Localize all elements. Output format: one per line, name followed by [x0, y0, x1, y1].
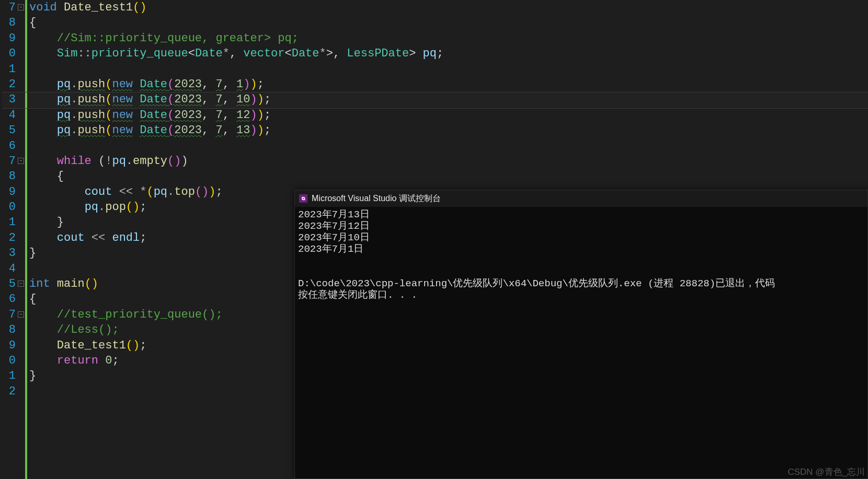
watermark: CSDN @青色_忘川: [787, 466, 865, 478]
fold-toggle-icon[interactable]: -: [18, 4, 24, 10]
console-title: Microsoft Visual Studio 调试控制台: [312, 193, 441, 204]
fold-toggle-icon[interactable]: -: [18, 158, 24, 164]
fold-toggle-icon[interactable]: -: [18, 281, 24, 287]
fold-column: - - - -: [18, 0, 25, 479]
vs-icon: ⧉: [299, 194, 307, 203]
fold-toggle-icon[interactable]: -: [18, 311, 24, 318]
debug-console-window[interactable]: ⧉ Microsoft Visual Studio 调试控制台 2023年7月1…: [294, 190, 868, 479]
console-titlebar[interactable]: ⧉ Microsoft Visual Studio 调试控制台: [295, 190, 867, 207]
line-number-gutter: 78901234567890123456789012: [0, 0, 18, 479]
console-output: 2023年7月13日 2023年7月12日 2023年7月10日 2023年7月…: [295, 207, 867, 303]
